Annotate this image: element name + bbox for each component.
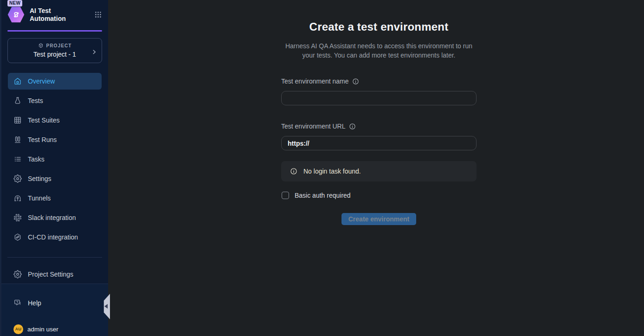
sidebar-item-label: Settings <box>28 175 52 182</box>
nav-divider <box>7 257 102 258</box>
app-logo-icon <box>7 6 25 23</box>
sidebar-item-label: Test Suites <box>28 116 59 124</box>
sidebar-item-cicd-integration[interactable]: CI-CD integration <box>8 229 102 246</box>
project-selector[interactable]: PROJECT Test project - 1 <box>7 38 102 63</box>
avatar: AU <box>13 324 23 334</box>
sidebar-item-test-runs[interactable]: Test Runs <box>8 131 102 148</box>
sidebar-item-test-suites[interactable]: Test Suites <box>8 112 102 129</box>
help-button[interactable]: Help <box>8 298 102 308</box>
sidebar-nav-secondary: Project Settings <box>1 266 108 283</box>
task-list-icon <box>13 155 22 163</box>
name-field-label: Test environment name <box>281 78 349 85</box>
sidebar-item-label: Overview <box>28 78 55 85</box>
info-circle-icon <box>290 168 297 175</box>
sidebar-item-overview[interactable]: Overview <box>8 73 102 90</box>
sidebar-item-label: Tasks <box>28 155 45 163</box>
page-title: Create a test environment <box>281 20 477 33</box>
sidebar-item-settings[interactable]: Settings <box>8 170 102 187</box>
tunnel-icon <box>13 194 22 202</box>
basic-auth-label: Basic auth required <box>295 192 351 199</box>
help-chat-icon <box>13 299 22 307</box>
info-icon[interactable] <box>352 78 359 85</box>
notice-text: No login task found. <box>303 168 361 175</box>
info-icon[interactable] <box>349 123 356 130</box>
sidebar-item-tests[interactable]: Tests <box>8 92 102 109</box>
create-environment-form: Create a test environment Harness AI QA … <box>281 0 477 225</box>
table-grid-icon <box>13 116 22 124</box>
url-field-label: Test environment URL <box>281 123 346 130</box>
sidebar-item-tasks[interactable]: Tasks <box>8 151 102 168</box>
cube-icon <box>38 43 44 48</box>
chevron-right-icon <box>91 49 97 55</box>
sidebar-item-slack-integration[interactable]: Slack integration <box>8 209 102 226</box>
user-name: admin user <box>27 326 58 333</box>
gear-icon <box>13 270 22 278</box>
sidebar-item-label: Tunnels <box>28 194 51 202</box>
basic-auth-row: Basic auth required <box>282 192 477 199</box>
home-icon <box>13 77 22 85</box>
help-label: Help <box>28 299 41 307</box>
test-tubes-icon <box>13 136 22 144</box>
main-content: Create a test environment Harness AI QA … <box>108 0 644 336</box>
sidebar-item-label: Slack integration <box>28 214 76 221</box>
url-field-group: Test environment URL <box>281 123 477 150</box>
create-environment-button[interactable]: Create environment <box>341 213 416 225</box>
sidebar-footer: Help AU admin user <box>1 284 108 336</box>
project-eyebrow: PROJECT <box>12 43 98 48</box>
sidebar-item-label: Test Runs <box>28 136 57 143</box>
environment-name-input[interactable] <box>281 91 477 105</box>
project-name: Test project - 1 <box>12 51 98 58</box>
name-field-group: Test environment name <box>281 78 477 105</box>
sidebar: NEW AI Test Automation <box>0 0 108 336</box>
sidebar-item-label: Project Settings <box>28 271 73 278</box>
apps-grid-icon[interactable] <box>94 11 102 19</box>
gear-icon <box>13 174 22 183</box>
new-badge: NEW <box>7 0 22 6</box>
link-hexagon-icon <box>13 233 22 241</box>
environment-url-input[interactable] <box>281 136 477 150</box>
login-task-notice: No login task found. <box>281 161 477 181</box>
sidebar-item-label: CI-CD integration <box>28 233 78 241</box>
sidebar-item-project-settings[interactable]: Project Settings <box>8 266 102 283</box>
basic-auth-checkbox[interactable] <box>282 192 289 199</box>
sidebar-item-label: Tests <box>28 97 43 104</box>
sidebar-nav: Overview Tests Test Suites <box>1 73 108 246</box>
accent-divider <box>7 30 102 32</box>
slack-icon <box>13 213 22 222</box>
sidebar-item-tunnels[interactable]: Tunnels <box>8 190 102 207</box>
project-eyebrow-label: PROJECT <box>46 43 72 48</box>
page-subtitle: Harness AI QA Assistant needs to access … <box>281 41 477 60</box>
app-title: AI Test Automation <box>30 7 66 23</box>
user-menu[interactable]: AU admin user <box>8 324 102 334</box>
flask-icon <box>13 97 22 105</box>
